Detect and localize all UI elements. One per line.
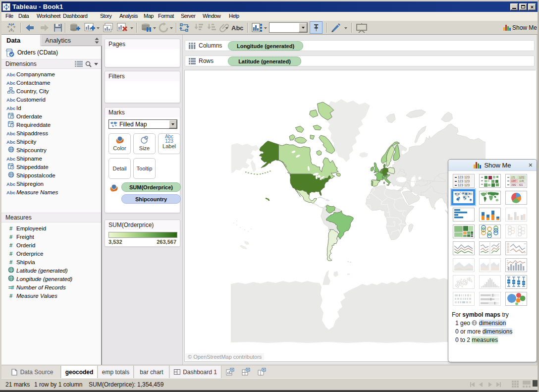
svg-text:123: 123 xyxy=(464,175,470,179)
svg-text:3982: 3982 xyxy=(511,184,517,186)
svg-text:123: 123 xyxy=(464,179,470,183)
svg-text:1272: 1272 xyxy=(519,176,525,179)
svg-text:172: 172 xyxy=(511,176,515,179)
svg-text:123: 123 xyxy=(458,175,463,179)
svg-text:123: 123 xyxy=(458,183,463,187)
svg-text:1140: 1140 xyxy=(519,180,524,182)
svg-text:123: 123 xyxy=(464,183,470,187)
svg-text:1347: 1347 xyxy=(511,180,517,182)
svg-text:123: 123 xyxy=(458,179,463,183)
svg-text:821: 821 xyxy=(519,184,523,186)
